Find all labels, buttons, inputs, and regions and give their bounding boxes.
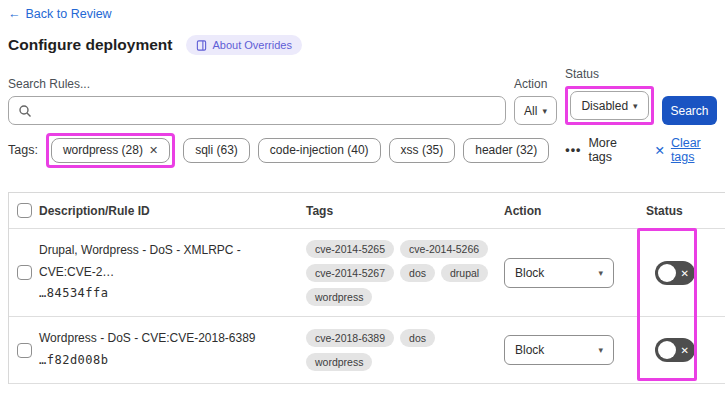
row-checkbox-cell <box>9 265 39 280</box>
filter-controls: Search Rules... Action All ▾ Status Disa… <box>8 67 717 125</box>
status-toggle-off[interactable]: ✕ <box>655 338 695 362</box>
tags-bar: Tags: wordpress (28) ✕ sqli (63) code-in… <box>8 133 717 167</box>
page-title: Configure deployment <box>8 36 172 54</box>
col-description: Description/Rule ID <box>39 204 306 218</box>
rule-description: Wordpress - DoS - CVE:CVE-2018-6389 <box>39 328 298 350</box>
action-filter-group: Action All ▾ <box>514 77 557 125</box>
rule-tag: dos <box>400 329 435 347</box>
rule-tag: cve-2014-5266 <box>400 240 488 258</box>
ellipsis-icon: ••• <box>565 143 581 157</box>
rule-tag: cve-2014-5267 <box>306 264 394 282</box>
table-body: Drupal, Wordpress - DoS - XMLRPC - CVE:C… <box>9 229 725 384</box>
rule-status-cell: ✕ <box>646 338 725 362</box>
rules-table: Description/Rule ID Tags Action Status D… <box>8 192 725 384</box>
heading-row: Configure deployment About Overrides <box>8 35 717 55</box>
table-header-row: Description/Rule ID Tags Action Status <box>9 193 725 229</box>
rule-action-cell: Block ▾ <box>504 335 646 365</box>
action-value: All <box>524 104 537 118</box>
rule-description: Drupal, Wordpress - DoS - XMLRPC - CVE:C… <box>39 240 298 283</box>
row-checkbox-cell <box>9 343 39 358</box>
rule-status-cell: ✕ <box>646 261 725 285</box>
status-filter-group: Status Disabled ▾ <box>565 67 654 125</box>
action-dropdown[interactable]: All ▾ <box>514 96 557 125</box>
search-label: Search Rules... <box>8 77 506 91</box>
clear-tags-label: Clear tags <box>671 136 717 164</box>
search-rules-input[interactable] <box>37 104 505 118</box>
status-dropdown[interactable]: Disabled ▾ <box>570 91 649 120</box>
search-icon <box>18 104 32 118</box>
status-label: Status <box>565 67 654 81</box>
status-toggle-off[interactable]: ✕ <box>655 261 695 285</box>
rule-id: …f82d008b <box>39 350 298 372</box>
action-select-value: Block <box>515 266 544 280</box>
tag-filter-label: wordpress (28) <box>63 143 143 157</box>
about-overrides-label: About Overrides <box>212 39 291 51</box>
toggle-x-icon: ✕ <box>681 345 689 356</box>
action-select-value: Block <box>515 343 544 357</box>
toggle-knob <box>658 264 676 282</box>
search-button[interactable]: Search <box>662 96 717 125</box>
search-box <box>8 96 506 125</box>
status-highlight-annotation: Disabled ▾ <box>565 86 654 125</box>
search-group: Search Rules... <box>8 77 506 125</box>
back-link-label: Back to Review <box>26 7 112 21</box>
back-to-review-link[interactable]: ← Back to Review <box>8 7 112 21</box>
chevron-down-icon: ▾ <box>542 106 547 116</box>
status-value: Disabled <box>581 99 628 113</box>
clear-tags-button[interactable]: ✕ Clear tags <box>654 136 717 164</box>
clear-x-icon: ✕ <box>654 143 664 158</box>
rule-tag: cve-2018-6389 <box>306 329 394 347</box>
action-label: Action <box>514 77 557 91</box>
row-checkbox[interactable] <box>17 343 32 358</box>
configure-deployment-page: ← Back to Review Configure deployment Ab… <box>0 0 725 406</box>
rule-tag: dos <box>400 264 435 282</box>
toggle-knob <box>658 341 676 359</box>
remove-tag-icon[interactable]: ✕ <box>149 144 158 157</box>
rule-action-cell: Block ▾ <box>504 258 646 288</box>
col-status: Status <box>646 204 725 218</box>
col-tags: Tags <box>306 204 504 218</box>
action-select[interactable]: Block ▾ <box>504 335 614 365</box>
rule-tag: wordpress <box>306 288 372 306</box>
tag-filter-xss[interactable]: xss (35) <box>389 138 456 163</box>
rule-description-cell: Wordpress - DoS - CVE:CVE-2018-6389 …f82… <box>39 328 306 371</box>
tags-bar-label: Tags: <box>8 143 38 157</box>
chevron-down-icon: ▾ <box>598 345 603 355</box>
rule-tag: drupal <box>441 264 488 282</box>
tag-filter-code-injection[interactable]: code-injection (40) <box>258 138 381 163</box>
more-tags-button[interactable]: ••• More tags <box>565 136 632 164</box>
back-arrow-icon: ← <box>8 7 21 21</box>
rule-tag: cve-2014-5265 <box>306 240 394 258</box>
header-checkbox-cell <box>9 203 39 218</box>
rule-id: …84534ffa <box>39 283 298 305</box>
about-overrides-badge[interactable]: About Overrides <box>186 35 301 55</box>
col-action: Action <box>504 204 646 218</box>
rule-tags-cell: cve-2018-6389doswordpress <box>306 321 504 379</box>
selected-tag-highlight-annotation: wordpress (28) ✕ <box>46 133 175 168</box>
rule-tag: wordpress <box>306 353 372 371</box>
tag-filter-sqli[interactable]: sqli (63) <box>183 138 250 163</box>
chevron-down-icon: ▾ <box>633 101 638 111</box>
table-row: Drupal, Wordpress - DoS - XMLRPC - CVE:C… <box>9 229 725 317</box>
chevron-down-icon: ▾ <box>598 268 603 278</box>
toggle-x-icon: ✕ <box>681 267 689 278</box>
table-row: Wordpress - DoS - CVE:CVE-2018-6389 …f82… <box>9 317 725 384</box>
more-tags-label: More tags <box>588 136 632 164</box>
select-all-checkbox[interactable] <box>17 203 32 218</box>
tag-filter-wordpress[interactable]: wordpress (28) ✕ <box>51 138 170 163</box>
rule-description-cell: Drupal, Wordpress - DoS - XMLRPC - CVE:C… <box>39 240 306 305</box>
book-icon <box>196 40 207 51</box>
rule-tags-cell: cve-2014-5265cve-2014-5266cve-2014-5267d… <box>306 232 504 314</box>
row-checkbox[interactable] <box>17 265 32 280</box>
tag-filter-header[interactable]: header (32) <box>463 138 549 163</box>
action-select[interactable]: Block ▾ <box>504 258 614 288</box>
